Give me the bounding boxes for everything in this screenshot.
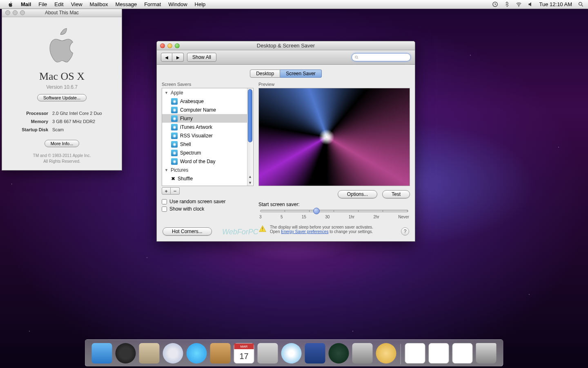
dock-document[interactable] [404,342,426,364]
menubar-clock[interactable]: Tue 12:10 AM [539,1,572,7]
dock-separator [401,344,401,364]
remove-button[interactable]: − [171,187,180,195]
app-menu[interactable]: Mail [17,0,35,9]
hot-corners-button[interactable]: Hot Corners... [163,227,212,236]
dock-ical[interactable]: MAR17 [233,342,255,364]
slider-label: Start screen saver: [258,202,410,207]
dock-sysprefs[interactable] [352,342,374,364]
list-item[interactable]: Spectrum [180,150,201,156]
dock-spaces[interactable] [304,342,326,364]
help-button[interactable]: ? [401,227,409,236]
watermark: WebForPC [222,228,258,236]
timemachine-menuextra-icon[interactable] [492,1,498,7]
menu-format[interactable]: Format [140,0,165,9]
about-this-mac-window: About This Mac Mac OS X Version 10.6.7 S… [2,8,122,171]
test-button[interactable]: Test [382,190,410,198]
zoom-button[interactable] [175,43,180,48]
clock-checkbox[interactable]: Show with clock [162,206,254,212]
copyright-line2: All Rights Reserved. [9,159,115,164]
memory-label: Memory [20,118,50,125]
volume-icon[interactable] [528,1,534,7]
energy-saver-link[interactable]: Energy Saver preferences [281,229,328,234]
dock-appstore[interactable] [375,342,397,364]
dock-timemachine[interactable] [328,342,350,364]
scroll-up[interactable]: ▲ [247,173,253,180]
svg-point-1 [518,6,519,7]
start-slider[interactable] [260,210,408,212]
menu-help[interactable]: Help [191,0,209,9]
menu-file[interactable]: File [35,0,51,9]
bluetooth-icon[interactable] [504,1,510,7]
scroll-thumb[interactable] [248,89,252,142]
menu-message[interactable]: Message [111,0,140,9]
prefs-toolbar: ◀ ▶ Show All [157,50,415,65]
list-item[interactable]: iTunes Artwork [180,124,212,130]
screensaver-preview [258,88,410,186]
back-button[interactable]: ◀ [161,53,172,62]
dock-document[interactable] [452,342,474,364]
apple-logo-icon [44,25,80,66]
software-update-button[interactable]: Software Update... [37,94,87,101]
show-all-button[interactable]: Show All [187,53,216,62]
preview-label: Preview [258,82,410,87]
about-titlebar[interactable]: About This Mac [2,8,122,17]
apple-menu[interactable] [4,0,17,9]
list-item[interactable]: Flurry [180,116,193,121]
disk-value: Scam [51,126,104,133]
dock-safari[interactable] [162,342,184,364]
close-button[interactable] [160,43,165,48]
screensaver-icon: ◉ [171,124,178,130]
scrollbar[interactable]: ▲ ▼ [247,88,253,186]
minimize-button[interactable] [13,10,18,15]
tab-screen-saver[interactable]: Screen Saver [280,70,322,78]
prefs-title: Desktop & Screen Saver [157,43,415,49]
list-item[interactable]: Shell [180,141,191,147]
list-item[interactable]: Arabesque [180,99,204,104]
more-info-button[interactable]: More Info... [45,140,80,147]
svg-point-3 [355,56,358,58]
svg-text:!: ! [262,227,263,231]
memory-value: 3 GB 667 MHz DDR2 [51,118,104,125]
spotlight-icon[interactable] [578,1,584,7]
random-checkbox[interactable]: Use random screen saver [162,199,254,204]
minimize-button[interactable] [167,43,172,48]
list-item[interactable]: RSS Visualizer [180,133,213,139]
screensaver-icon: ◉ [171,132,178,139]
dock-ichat[interactable] [186,342,208,364]
slider-knob[interactable] [313,208,320,214]
menu-mailbox[interactable]: Mailbox [86,0,112,9]
list-item[interactable]: Computer Name [180,107,216,113]
tick: 15 [302,215,306,219]
prefs-titlebar[interactable]: Desktop & Screen Saver [157,41,415,50]
dock-itunes[interactable] [281,342,303,364]
scroll-down[interactable]: ▼ [247,180,253,186]
os-name: Mac OS X [9,70,115,83]
menu-view[interactable]: View [67,0,86,9]
system-preferences-window: Desktop & Screen Saver ◀ ▶ Show All Desk… [156,41,415,242]
screensaver-list[interactable]: ▼Apple ◉Arabesque ◉Computer Name ◉Flurry… [162,88,254,186]
list-item[interactable]: Shuffle [178,176,193,182]
dock-mail[interactable] [138,342,160,364]
close-button[interactable] [5,10,10,15]
dock-document[interactable] [428,342,450,364]
screensaver-icon: ◉ [171,107,178,113]
dock-addressbook[interactable] [209,342,232,364]
processor-value: 2.0 Ghz Intel Core 2 Duo [51,110,104,117]
options-button[interactable]: Options... [338,190,377,198]
forward-button[interactable]: ▶ [172,53,184,62]
dock-dashboard[interactable] [115,342,137,364]
dock-preview[interactable] [257,342,279,364]
dock-finder[interactable] [91,342,113,364]
add-button[interactable]: + [162,187,171,195]
wifi-icon[interactable] [516,1,522,7]
menu-edit[interactable]: Edit [51,0,67,9]
warning-icon: ! [258,225,267,234]
tab-desktop[interactable]: Desktop [250,70,280,78]
list-item[interactable]: Word of the Day [180,159,215,164]
search-field[interactable] [352,53,411,61]
screensaver-icon: ◉ [171,115,178,122]
tick: 5 [281,215,283,219]
dock-trash[interactable] [475,342,497,364]
menu-window[interactable]: Window [165,0,191,9]
zoom-button[interactable] [20,10,25,15]
